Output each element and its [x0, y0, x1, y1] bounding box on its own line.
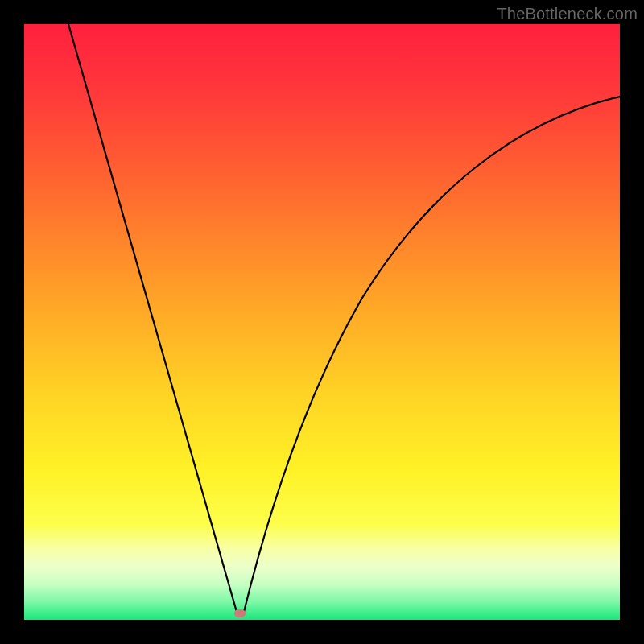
bottleneck-curve: [24, 24, 620, 620]
optimal-point-marker: [234, 609, 246, 617]
chart-container: TheBottleneck.com: [0, 0, 644, 644]
watermark: TheBottleneck.com: [497, 5, 638, 23]
plot-area: [24, 24, 620, 620]
